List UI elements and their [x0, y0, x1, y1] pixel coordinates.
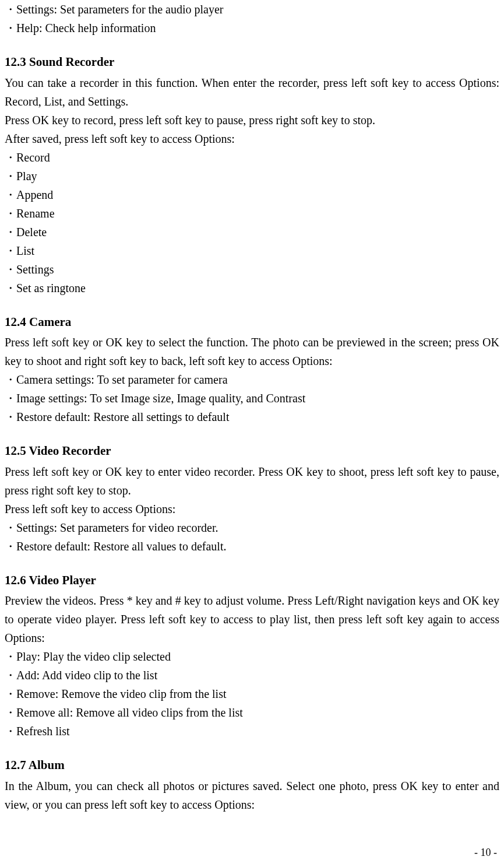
bullet-icon: ・: [5, 151, 16, 164]
bullet-text: Add: Add video clip to the list: [16, 669, 157, 682]
body-text: Press left soft key or OK key to enter v…: [5, 462, 499, 500]
bullet-text: Append: [16, 188, 53, 201]
bullet-text: Image settings: To set Image size, Image…: [16, 392, 305, 405]
intro-bullet-item: ・Settings: Set parameters for the audio …: [5, 0, 499, 19]
bullet-icon: ・: [5, 650, 16, 663]
bullet-text: Camera settings: To set parameter for ca…: [16, 373, 228, 386]
bullet-text: Play: [16, 170, 37, 182]
bullet-icon: ・: [5, 373, 16, 386]
section-heading-12-3: 12.3 Sound Recorder: [5, 52, 499, 72]
bullet-text: Record: [16, 151, 50, 164]
bullet-icon: ・: [5, 392, 16, 405]
bullet-icon: ・: [5, 540, 16, 553]
bullet-icon: ・: [5, 263, 16, 276]
bullet-icon: ・: [5, 3, 16, 16]
bullet-icon: ・: [5, 669, 16, 682]
list-item: ・Play: [5, 167, 499, 185]
bullet-text: Refresh list: [16, 725, 70, 738]
body-text: You can take a recorder in this function…: [5, 73, 499, 111]
list-item: ・Delete: [5, 223, 499, 241]
bullet-text: Restore default: Restore all values to d…: [16, 540, 226, 553]
bullet-text: Delete: [16, 226, 47, 238]
bullet-text: Rename: [16, 207, 55, 220]
list-item: ・Image settings: To set Image size, Imag…: [5, 389, 499, 408]
bullet-text: Remove all: Remove all video clips from …: [16, 706, 243, 719]
bullet-icon: ・: [5, 207, 16, 220]
bullet-icon: ・: [5, 725, 16, 738]
page-number: - 10 -: [474, 844, 497, 861]
bullet-icon: ・: [5, 22, 16, 34]
bullet-icon: ・: [5, 706, 16, 719]
bullet-icon: ・: [5, 170, 16, 182]
section-heading-12-7: 12.7 Album: [5, 756, 499, 775]
bullet-icon: ・: [5, 282, 16, 294]
bullet-text: List: [16, 244, 34, 257]
bullet-text: Settings: Set parameters for the audio p…: [16, 3, 223, 16]
bullet-icon: ・: [5, 188, 16, 201]
list-item: ・Refresh list: [5, 722, 499, 740]
bullet-icon: ・: [5, 687, 16, 700]
body-text: In the Album, you can check all photos o…: [5, 777, 499, 814]
list-item: ・List: [5, 241, 499, 260]
section-heading-12-6: 12.6 Video Player: [5, 571, 499, 591]
bullet-text: Restore default: Restore all settings to…: [16, 410, 229, 423]
section-heading-12-4: 12.4 Camera: [5, 313, 499, 332]
list-item: ・Add: Add video clip to the list: [5, 666, 499, 685]
bullet-text: Settings: [16, 263, 54, 276]
list-item: ・Append: [5, 185, 499, 204]
body-text: Preview the videos. Press * key and # ke…: [5, 591, 499, 647]
list-item: ・Set as ringtone: [5, 279, 499, 297]
list-item: ・Remove all: Remove all video clips from…: [5, 703, 499, 722]
bullet-icon: ・: [5, 521, 16, 534]
body-text: Press OK key to record, press left soft …: [5, 111, 499, 129]
bullet-text: Settings: Set parameters for video recor…: [16, 521, 218, 534]
bullet-text: Help: Check help information: [16, 22, 156, 34]
body-text: Press left soft key or OK key to select …: [5, 333, 499, 370]
list-item: ・Settings: [5, 260, 499, 279]
bullet-text: Remove: Remove the video clip from the l…: [16, 687, 226, 700]
bullet-text: Set as ringtone: [16, 282, 86, 294]
list-item: ・Camera settings: To set parameter for c…: [5, 370, 499, 389]
body-text: Press left soft key to access Options:: [5, 500, 499, 518]
bullet-icon: ・: [5, 410, 16, 423]
list-item: ・Record: [5, 148, 499, 167]
list-item: ・Play: Play the video clip selected: [5, 647, 499, 666]
bullet-text: Play: Play the video clip selected: [16, 650, 171, 663]
document-body: ・Settings: Set parameters for the audio …: [0, 0, 504, 814]
list-item: ・Restore default: Restore all settings t…: [5, 408, 499, 426]
list-item: ・Restore default: Restore all values to …: [5, 537, 499, 556]
intro-bullet-item: ・Help: Check help information: [5, 19, 499, 37]
body-text: After saved, press left soft key to acce…: [5, 129, 499, 148]
bullet-icon: ・: [5, 226, 16, 238]
section-heading-12-5: 12.5 Video Recorder: [5, 441, 499, 461]
bullet-icon: ・: [5, 244, 16, 257]
list-item: ・Remove: Remove the video clip from the …: [5, 685, 499, 703]
list-item: ・Settings: Set parameters for video reco…: [5, 518, 499, 537]
list-item: ・Rename: [5, 204, 499, 223]
